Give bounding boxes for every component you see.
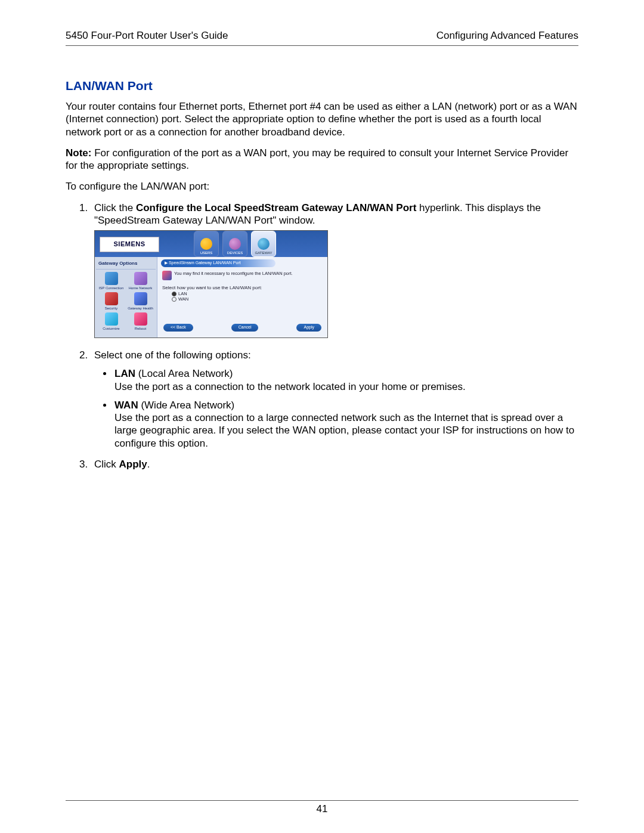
step3-post: . (147, 459, 150, 470)
sidebar-item-home[interactable]: Home Network (126, 272, 154, 290)
page-number: 41 (317, 803, 328, 815)
options-list: LAN (Local Area Network) Use the port as… (94, 367, 578, 450)
step-3: Click Apply. (91, 458, 578, 470)
opt-lan-bold: LAN (114, 368, 135, 379)
devices-icon (229, 238, 241, 250)
gateway-icon (258, 238, 270, 250)
back-button[interactable]: << Back (163, 324, 193, 332)
security-icon (105, 292, 118, 305)
tools-icon (162, 271, 172, 280)
cancel-button[interactable]: Cancel (231, 324, 259, 332)
step3-pre: Click (94, 459, 119, 470)
tab-users[interactable]: USERS (194, 231, 219, 257)
lead-in: To configure the LAN/WAN port: (66, 180, 578, 193)
document-page: 5450 Four-Port Router User's Guide Confi… (0, 0, 644, 833)
reboot-label: Reboot (135, 327, 146, 330)
sidebar-item-customize[interactable]: Customize (97, 312, 125, 330)
home-label: Home Network (129, 286, 153, 290)
users-icon (200, 238, 212, 250)
opt-wan-bold: WAN (114, 400, 138, 411)
step3-bold: Apply (119, 459, 147, 470)
intro-paragraph: Your router contains four Ethernet ports… (66, 100, 578, 138)
tab-devices-label: DEVICES (227, 251, 243, 256)
step-2: Select one of the following options: LAN… (91, 349, 578, 450)
ss-tabbar: USERS DEVICES GATEWAY (164, 231, 276, 257)
isp-icon (105, 272, 118, 285)
header-left: 5450 Four-Port Router User's Guide (66, 30, 228, 42)
siemens-logo: SIEMENS (100, 237, 159, 252)
note-text: For configuration of the port as a WAN p… (66, 147, 568, 171)
step1-pre: Click the (94, 202, 136, 213)
opt-wan-paren: (Wide Area Network) (138, 400, 235, 411)
header-right: Configuring Advanced Features (436, 30, 578, 42)
home-icon (134, 272, 147, 285)
health-label: Gateway Health (128, 306, 153, 310)
embedded-screenshot: SIEMENS USERS DEVICES GATEWAY (94, 230, 328, 338)
page-footer: 41 (66, 800, 578, 815)
info-row: You may find it necessary to reconfigure… (161, 270, 324, 285)
opt-lan-desc: Use the port as a connection to the netw… (114, 381, 466, 392)
section-title: LAN/WAN Port (66, 79, 578, 93)
page-header: 5450 Four-Port Router User's Guide Confi… (66, 30, 578, 46)
radio-wan-label: WAN (172, 296, 188, 302)
sidebar-item-health[interactable]: Gateway Health (126, 292, 154, 310)
sidebar-heading: Gateway Options (96, 259, 156, 270)
apply-button[interactable]: Apply (296, 324, 321, 332)
opt-wan-desc: Use the port as a connection to a large … (114, 412, 574, 449)
security-label: Security (105, 306, 118, 310)
ss-body: Gateway Options ISP Connection Home Netw… (95, 257, 327, 337)
sidebar-item-reboot[interactable]: Reboot (126, 312, 154, 330)
tab-gateway-label: GATEWAY (255, 251, 273, 256)
tab-gateway[interactable]: GATEWAY (251, 231, 276, 257)
sidebar-item-isp[interactable]: ISP Connection (97, 272, 125, 290)
note-label: Note: (66, 147, 91, 159)
opt-lan-paren: (Local Area Network) (135, 368, 233, 379)
health-icon (134, 292, 147, 305)
step2-text: Select one of the following options: (94, 349, 251, 361)
info-text: You may find it necessary to reconfigure… (174, 271, 293, 276)
steps-list: Click the Configure the Local SpeedStrea… (66, 202, 578, 471)
button-bar: << Back Cancel Apply (161, 317, 324, 334)
reboot-icon (134, 312, 147, 326)
step1-link: Configure the Local SpeedStream Gateway … (136, 202, 416, 213)
option-wan: WAN (Wide Area Network) Use the port as … (113, 399, 578, 450)
isp-label: ISP Connection (99, 286, 124, 290)
panel-title: ▶ SpeedStream Gateway LAN/WAN Port (161, 259, 275, 267)
radio-group: LAN WAN (161, 291, 324, 302)
select-label: Select how you want to use the LAN/WAN p… (161, 285, 324, 291)
radio-lan-label: LAN (172, 291, 187, 296)
ss-sidebar: Gateway Options ISP Connection Home Netw… (95, 257, 157, 337)
radio-lan[interactable]: LAN (172, 291, 324, 296)
sidebar-item-security[interactable]: Security (97, 292, 125, 310)
customize-label: Customize (103, 327, 119, 330)
step-1: Click the Configure the Local SpeedStrea… (91, 202, 578, 339)
customize-icon (105, 312, 118, 326)
ss-main: ▶ SpeedStream Gateway LAN/WAN Port You m… (157, 257, 327, 337)
note-paragraph: Note: For configuration of the port as a… (66, 147, 578, 172)
option-lan: LAN (Local Area Network) Use the port as… (113, 367, 578, 393)
ss-topbar: SIEMENS USERS DEVICES GATEWAY (95, 231, 327, 257)
tab-users-label: USERS (200, 251, 213, 256)
tab-devices[interactable]: DEVICES (222, 231, 247, 257)
radio-wan[interactable]: WAN (172, 296, 324, 302)
